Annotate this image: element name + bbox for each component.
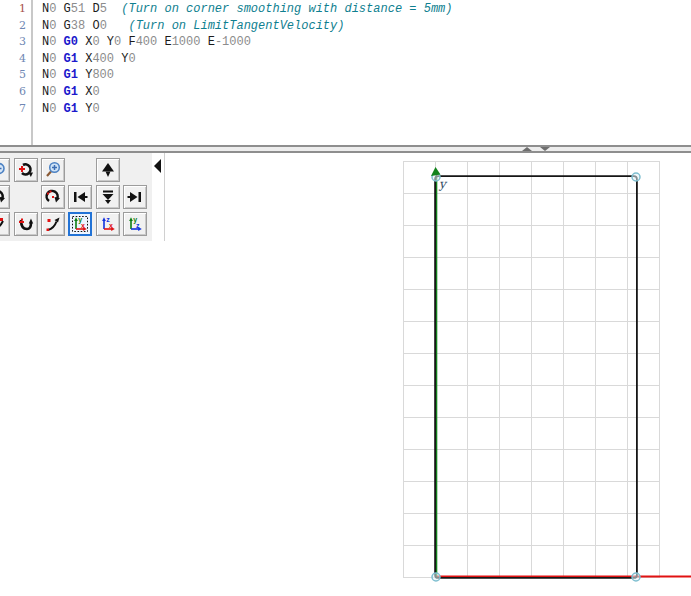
rotate-up-icon	[17, 215, 35, 233]
toolpath-outline	[435, 176, 637, 578]
line-number: 5	[0, 67, 26, 84]
view-xy-icon: yx	[71, 215, 89, 233]
line-number: 7	[0, 101, 26, 118]
rotate-free-button[interactable]	[14, 158, 38, 182]
skip-start-icon	[71, 188, 89, 206]
zoom-in-icon	[44, 161, 62, 179]
gcode-lines: 1N0 G51 D5 (Turn on corner smoothing wit…	[0, 1, 691, 117]
corner-marker	[632, 573, 640, 581]
collapse-left-icon[interactable]	[153, 158, 163, 174]
corner-marker	[432, 573, 440, 581]
rotate-up-button[interactable]	[14, 212, 38, 236]
path-curve-button[interactable]	[41, 212, 65, 236]
rotate-side-button[interactable]	[0, 185, 10, 209]
line-number: 4	[0, 51, 26, 68]
code-text: N0 G1 X400 Y0	[42, 51, 691, 68]
code-text: N0 G1 X0	[42, 84, 691, 101]
code-text: N0 G51 D5 (Turn on corner smoothing with…	[42, 1, 691, 18]
arrow-down-icon	[99, 188, 117, 206]
code-line: 3N0 G0 X0 Y0 F400 E1000 E-1000	[0, 34, 691, 51]
code-line: 5N0 G1 Y800	[0, 67, 691, 84]
gutter-separator	[31, 0, 33, 145]
code-text: N0 G0 X0 Y0 F400 E1000 E-1000	[42, 34, 691, 51]
rotate-cw-icon	[44, 188, 62, 206]
code-text: N0 G1 Y0	[42, 101, 691, 118]
view-xz-icon: zx	[99, 215, 117, 233]
code-line: 7N0 G1 Y0	[0, 101, 691, 118]
code-line: 2N0 G38 O0 (Turn on LimitTangentVelocity…	[0, 18, 691, 35]
y-axis-arrow-icon	[431, 167, 441, 176]
gcode-editor[interactable]: 1N0 G51 D5 (Turn on corner smoothing wit…	[0, 0, 691, 145]
move-up-button[interactable]	[96, 158, 120, 182]
splitter-collapse-up-icon[interactable]	[522, 147, 532, 151]
step-end-button[interactable]	[123, 185, 147, 209]
line-number: 2	[0, 18, 26, 35]
code-line: 4N0 G1 X400 Y0	[0, 51, 691, 68]
code-text: N0 G1 Y800	[42, 67, 691, 84]
line-number: 6	[0, 84, 26, 101]
toolpath-plot[interactable]	[400, 155, 691, 596]
toolbar-collapse-strip[interactable]	[152, 153, 165, 241]
cnc-simulator-window: 1N0 G51 D5 (Turn on corner smoothing wit…	[0, 0, 691, 596]
view-toolbar: yxzxyz	[0, 153, 152, 241]
rotate-free-icon	[17, 161, 35, 179]
view-xz-button[interactable]: zx	[96, 212, 120, 236]
view-xy-button[interactable]: yx	[68, 212, 92, 236]
arrow-up-icon	[99, 161, 117, 179]
step-start-button[interactable]	[68, 185, 92, 209]
view-yz-button[interactable]: yz	[123, 212, 147, 236]
splitter-collapse-down-icon[interactable]	[540, 147, 550, 151]
zoom-out-icon	[0, 161, 7, 179]
move-down-button[interactable]	[96, 185, 120, 209]
view-yz-icon: yz	[126, 215, 144, 233]
path-curve-icon	[44, 215, 62, 233]
line-number: 3	[0, 34, 26, 51]
y-axis-label: y	[439, 177, 446, 191]
zoom-in-button[interactable]	[41, 158, 65, 182]
path-marker-button[interactable]	[0, 212, 10, 236]
rotate-cw-icon	[0, 188, 7, 206]
corner-marker	[632, 173, 640, 181]
svg-text:z: z	[136, 222, 140, 229]
svg-text:x: x	[109, 222, 113, 229]
skip-end-icon	[126, 188, 144, 206]
svg-text:x: x	[81, 222, 85, 229]
code-line: 6N0 G1 X0	[0, 84, 691, 101]
zoom-out-button[interactable]	[0, 158, 10, 182]
pane-splitter[interactable]	[0, 145, 691, 153]
red-dot-curve-icon	[0, 215, 7, 233]
code-line: 1N0 G51 D5 (Turn on corner smoothing wit…	[0, 1, 691, 18]
code-text: N0 G38 O0 (Turn on LimitTangentVelocity)	[42, 18, 691, 35]
line-number: 1	[0, 1, 26, 18]
rotate-cw-button[interactable]	[41, 185, 65, 209]
